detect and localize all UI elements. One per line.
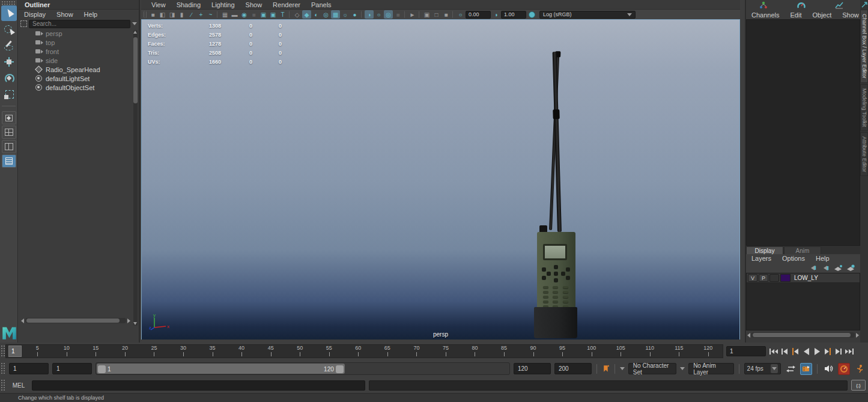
lasso-tool[interactable] bbox=[1, 22, 17, 37]
outliner-search-input[interactable] bbox=[29, 20, 130, 28]
gate-mask-icon[interactable]: ■ bbox=[249, 10, 258, 19]
layer-horizontal-scrollbar[interactable] bbox=[746, 332, 860, 338]
exposure-field[interactable] bbox=[466, 11, 491, 19]
play-forwards-button[interactable] bbox=[812, 346, 822, 357]
current-time-indicator[interactable]: 1 bbox=[8, 346, 22, 357]
animation-preferences-button[interactable] bbox=[854, 363, 866, 375]
animation-end-field[interactable] bbox=[554, 363, 592, 374]
scroll-down-icon[interactable] bbox=[133, 322, 137, 325]
outliner-menu-show[interactable]: Show bbox=[51, 11, 79, 18]
script-editor-button[interactable]: {;} bbox=[851, 380, 866, 391]
camera-history-icon[interactable]: ◨ bbox=[168, 10, 177, 19]
safe-action-icon[interactable]: ▣ bbox=[269, 10, 278, 19]
shadows-icon[interactable]: ● bbox=[350, 10, 359, 19]
viewport-menu-panels[interactable]: Panels bbox=[306, 1, 337, 8]
step-back-frame-button[interactable] bbox=[780, 346, 789, 357]
command-result-field[interactable] bbox=[369, 380, 848, 391]
command-language-toggle[interactable]: MEL bbox=[9, 382, 28, 389]
textured-icon[interactable]: ◐ bbox=[312, 10, 321, 19]
outliner-menu-help[interactable]: Help bbox=[79, 11, 103, 18]
viewport-menu-renderer[interactable]: Renderer bbox=[267, 1, 306, 8]
outliner-menu-display[interactable]: Display bbox=[19, 11, 51, 18]
pane-zoom-icon[interactable]: ■ bbox=[442, 10, 451, 19]
grid-toggle-icon[interactable]: ▦ bbox=[220, 10, 229, 19]
scroll-right-icon[interactable] bbox=[127, 318, 130, 323]
wireframe-on-shaded-icon[interactable]: ▩ bbox=[331, 10, 340, 19]
playback-start-field[interactable] bbox=[52, 363, 92, 374]
fps-dropdown[interactable]: 24 fps bbox=[744, 363, 781, 374]
anim-layer-menu-icon[interactable] bbox=[680, 367, 685, 370]
smooth-shade-icon[interactable]: ◆ bbox=[302, 10, 311, 19]
outliner-tab[interactable]: Outliner bbox=[19, 1, 56, 8]
viewport-menu-shading[interactable]: Shading bbox=[171, 1, 206, 8]
select-tool[interactable] bbox=[1, 5, 17, 21]
menu-layers[interactable]: Layers bbox=[746, 255, 777, 262]
layer-create-empty-icon[interactable] bbox=[834, 264, 843, 272]
step-back-key-button[interactable] bbox=[791, 346, 800, 357]
menu-channels[interactable]: Channels bbox=[746, 11, 785, 19]
time-slider-grip[interactable] bbox=[1, 345, 5, 358]
viewport-menu-show[interactable]: Show bbox=[240, 1, 268, 8]
menu-help[interactable]: Help bbox=[810, 255, 835, 262]
command-input[interactable] bbox=[32, 380, 365, 391]
range-slider-grip[interactable] bbox=[1, 362, 5, 375]
sidebar-vertical-tab[interactable]: Modeling Toolkit bbox=[860, 84, 868, 131]
mute-audio-button[interactable] bbox=[822, 363, 834, 375]
viewport-canvas[interactable]: Verts:130800 Edges:257800 Faces:127800 T… bbox=[141, 19, 740, 340]
gamma-field[interactable] bbox=[501, 11, 526, 19]
camera-bookmark-icon[interactable]: ■ bbox=[148, 10, 157, 19]
move-manip-icon[interactable]: + bbox=[196, 10, 205, 19]
radio-3d-model[interactable] bbox=[531, 49, 586, 343]
menu-object[interactable]: Object bbox=[807, 11, 837, 19]
select-context-icon[interactable]: ► bbox=[408, 10, 417, 19]
display-layer-list[interactable]: V P LOW_LY bbox=[746, 273, 860, 330]
viewport-menu-lighting[interactable]: Lighting bbox=[206, 1, 240, 8]
loop-playback-button[interactable] bbox=[785, 363, 797, 375]
outliner-vertical-scrollbar[interactable] bbox=[133, 30, 138, 326]
layer-color-swatch[interactable] bbox=[780, 274, 791, 282]
xray-joints-icon[interactable]: ○ bbox=[374, 10, 383, 19]
sep-3[interactable] bbox=[361, 11, 363, 18]
scale-tool[interactable] bbox=[1, 87, 17, 102]
scroll-up-icon[interactable] bbox=[133, 31, 137, 34]
play-backwards-button[interactable] bbox=[801, 346, 811, 357]
sidebar-toggle-icon[interactable] bbox=[861, 2, 867, 8]
layer-name[interactable]: LOW_LY bbox=[792, 275, 818, 281]
sep-2[interactable] bbox=[289, 11, 291, 18]
outliner-horizontal-scrollbar[interactable] bbox=[21, 318, 130, 323]
profiler-graph-icon[interactable] bbox=[835, 1, 843, 9]
scroll-left-icon[interactable] bbox=[21, 318, 24, 323]
camera-lock-icon[interactable]: ◧ bbox=[158, 10, 167, 19]
menu-edit[interactable]: Edit bbox=[785, 11, 807, 19]
layout-single-pane-button[interactable] bbox=[2, 111, 16, 124]
outliner-tree[interactable]: persp top front side Radio_SpearHead def… bbox=[19, 29, 139, 326]
plugin-filter-icon[interactable]: ■ bbox=[393, 10, 402, 19]
outliner-filter-icon[interactable] bbox=[20, 20, 27, 27]
sep-1[interactable] bbox=[217, 11, 219, 18]
layer-visibility-toggle[interactable]: V bbox=[748, 274, 757, 282]
outliner-item[interactable]: defaultLightSet bbox=[19, 74, 139, 83]
layer-display-type-toggle[interactable] bbox=[769, 274, 779, 282]
menu-options[interactable]: Options bbox=[777, 255, 810, 262]
layer-editor-tab[interactable]: Anim bbox=[784, 246, 821, 254]
outliner-search-dropdown-icon[interactable] bbox=[132, 22, 137, 25]
pane-duplicate-icon[interactable]: ▣ bbox=[422, 10, 431, 19]
viewport-menu-view[interactable]: View bbox=[146, 1, 171, 8]
auto-keyframe-toggle[interactable] bbox=[838, 363, 850, 375]
sidebar-vertical-tab[interactable]: Attribute Editor bbox=[860, 132, 868, 177]
move-tool[interactable] bbox=[1, 54, 17, 70]
go-to-start-button[interactable] bbox=[769, 346, 778, 357]
paint-icon[interactable]: ~ bbox=[206, 10, 215, 19]
layer-editor-tab[interactable]: Display bbox=[746, 246, 783, 254]
wireframe-icon[interactable]: ◇ bbox=[293, 10, 302, 19]
lights-icon[interactable]: ☼ bbox=[341, 10, 350, 19]
go-to-end-button[interactable] bbox=[845, 346, 854, 357]
animation-start-field[interactable] bbox=[9, 363, 49, 374]
safe-title-icon[interactable]: T bbox=[278, 10, 287, 19]
channel-box-list[interactable] bbox=[746, 19, 860, 246]
sep-5[interactable] bbox=[419, 11, 420, 18]
use-default-material-icon[interactable]: ◎ bbox=[321, 10, 330, 19]
xray-icon[interactable]: ◑ bbox=[365, 10, 374, 19]
step-forward-frame-button[interactable] bbox=[834, 346, 843, 357]
layer-playback-toggle[interactable]: P bbox=[759, 274, 768, 282]
